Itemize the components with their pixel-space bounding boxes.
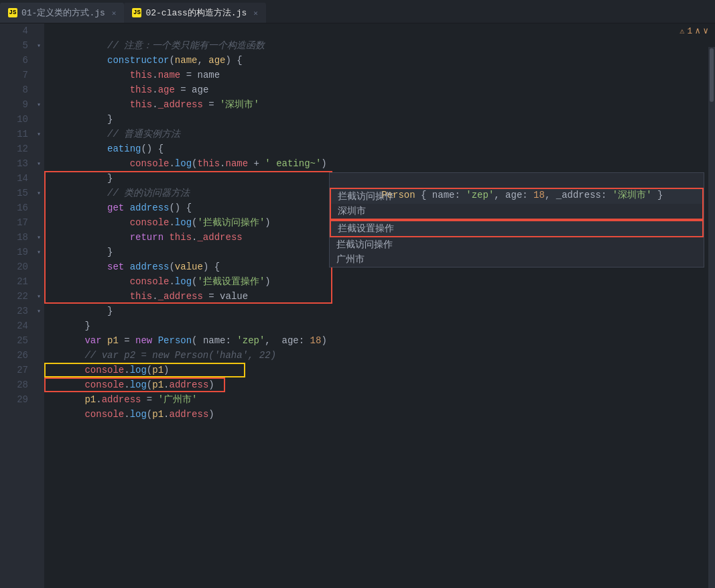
fold-8	[34, 82, 44, 97]
line-num-13: 13	[0, 156, 28, 171]
fold-14	[34, 171, 44, 186]
output-shenzhen-1: 深圳市	[331, 204, 702, 219]
code-area[interactable]: // 注意：一个类只能有一个构造函数 constructor(name, age…	[44, 23, 715, 588]
code-line-29: console.log(p1.address)	[51, 392, 715, 407]
line-num-25: 25	[0, 333, 28, 348]
code-line-8: this._address = '深圳市'	[51, 82, 715, 97]
output-intercept-set: 拦截设置操作	[331, 221, 702, 236]
line-num-9: 9	[0, 97, 28, 112]
js-icon-1: JS	[8, 8, 17, 17]
line-num-22: 22	[0, 289, 28, 304]
fold-18[interactable]: ▾	[34, 230, 44, 245]
line-num-29: 29	[0, 392, 28, 407]
code-line-10: // 普通实例方法	[51, 112, 715, 127]
line-numbers: 4 5 6 7 8 9 10 11 12 13 14 15 16 17 18 1…	[0, 23, 34, 588]
code-line-21: this._address = value	[51, 274, 715, 289]
editor: ⚠ 1 ∧ ∨ 4 5 6 7 8 9 10 11 12 13 14 15 16…	[0, 23, 715, 588]
code-line-24: var p1 = new Person( name: 'zep', age: 1…	[51, 318, 715, 333]
fold-16	[34, 200, 44, 215]
fold-26	[34, 348, 44, 363]
line-num-8: 8	[0, 82, 28, 97]
line-num-11: 11	[0, 127, 28, 141]
code-line-13: }	[51, 156, 715, 171]
line-num-27: 27	[0, 363, 28, 377]
line-num-17: 17	[0, 215, 28, 230]
fold-17	[34, 215, 44, 230]
tab-02-close[interactable]: ✕	[253, 9, 258, 17]
code-line-23: }	[51, 304, 715, 318]
scrollbar-thumb[interactable]	[710, 48, 714, 102]
output-guangzhou: 广州市	[330, 252, 704, 267]
fold-4	[34, 23, 44, 38]
code-line-4: // 注意：一个类只能有一个构造函数	[51, 23, 715, 38]
tab-bar: JS 01-定义类的方式.js ✕ JS 02-class的构造方法.js ✕	[0, 0, 715, 23]
line-num-21: 21	[0, 274, 28, 289]
fold-22[interactable]: ▾	[34, 289, 44, 304]
line-num-10: 10	[0, 112, 28, 127]
fold-12	[34, 141, 44, 156]
scrollbar-vertical[interactable]	[708, 47, 715, 588]
fold-11[interactable]: ▾	[34, 127, 44, 141]
line-num-18: 18	[0, 230, 28, 245]
code-line-27: console.log(p1.address)	[51, 363, 715, 377]
code-line-28: p1.address = '广州市'	[51, 377, 715, 392]
code-line-25: // var p2 = new Person('haha', 22)	[51, 333, 715, 348]
js-icon-2: JS	[132, 8, 141, 17]
code-line-9: }	[51, 97, 715, 112]
fold-13[interactable]: ▾	[34, 156, 44, 171]
code-line-6: this.name = name	[51, 53, 715, 68]
line-num-12: 12	[0, 141, 28, 156]
fold-23[interactable]: ▾	[34, 304, 44, 318]
line-num-26: 26	[0, 348, 28, 363]
line-num-16: 16	[0, 200, 28, 215]
tab-02-label: 02-class的构造方法.js	[145, 7, 247, 19]
line-num-14: 14	[0, 171, 28, 186]
fold-27	[34, 363, 44, 377]
line-num-24: 24	[0, 318, 28, 333]
code-line-26: console.log(p1)	[51, 348, 715, 363]
fold-5[interactable]: ▾	[34, 38, 44, 53]
fold-28	[34, 377, 44, 392]
code-line-7: this.age = age	[51, 68, 715, 82]
fold-6	[34, 53, 44, 68]
tab-02[interactable]: JS 02-class的构造方法.js ✕	[124, 3, 265, 23]
line-num-23: 23	[0, 304, 28, 318]
code-line-12: console.log(this.name + ' eating~')	[51, 141, 715, 156]
line-num-4: 4	[0, 23, 28, 38]
fold-15[interactable]: ▾	[34, 186, 44, 200]
fold-20	[34, 259, 44, 274]
line-num-20: 20	[0, 259, 28, 274]
fold-gutter: ▾ ▾ ▾ ▾ ▾ ▾ ▾ ▾ ▾	[34, 23, 44, 588]
code-line-11: eating() {	[51, 127, 715, 141]
fold-21	[34, 274, 44, 289]
line-num-15: 15	[0, 186, 28, 200]
line-num-19: 19	[0, 245, 28, 259]
line-num-28: 28	[0, 377, 28, 392]
output-panel: Person { name: 'zep', age: 18, _address:…	[329, 172, 704, 268]
code-line-5: constructor(name, age) {	[51, 38, 715, 53]
output-intercept-access-2: 拦截访问操作	[330, 237, 704, 252]
fold-9[interactable]: ▾	[34, 97, 44, 112]
line-num-6: 6	[0, 53, 28, 68]
output-red-box2: 拦截设置操作	[330, 220, 704, 237]
tab-01[interactable]: JS 01-定义类的方式.js ✕	[0, 3, 124, 23]
fold-29	[34, 392, 44, 407]
output-person-line: Person { name: 'zep', age: 18, _address:…	[330, 173, 704, 188]
line-num-7: 7	[0, 68, 28, 82]
fold-25	[34, 333, 44, 348]
code-line-22: }	[51, 289, 715, 304]
fold-7	[34, 68, 44, 82]
fold-10	[34, 112, 44, 127]
tab-01-label: 01-定义类的方式.js	[21, 7, 105, 19]
tab-01-close[interactable]: ✕	[112, 9, 117, 17]
fold-19[interactable]: ▾	[34, 245, 44, 259]
fold-24	[34, 318, 44, 333]
line-num-5: 5	[0, 38, 28, 53]
